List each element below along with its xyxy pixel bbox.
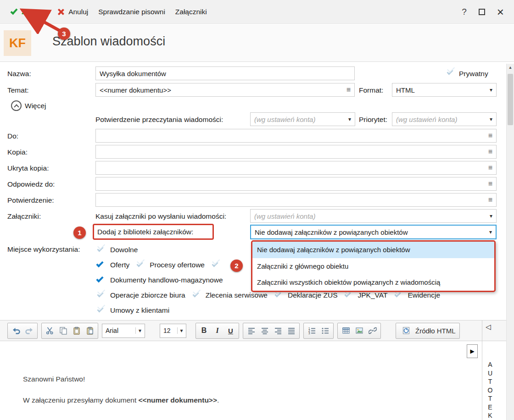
autotekst-vertical-label[interactable]: A U T O T E K xyxy=(486,360,495,420)
potwierdzenie-input[interactable]: ≡ xyxy=(95,193,497,207)
kasuj-label: Kasuj załączniki po wysłaniu wiadomości: xyxy=(95,212,226,221)
maximize-button[interactable] xyxy=(479,9,485,15)
paste-icon[interactable] xyxy=(70,324,83,337)
kopia-input[interactable]: ≡ xyxy=(95,145,497,159)
dodaj-dropdown-list: Nie dodawaj załączników z powiązanych ob… xyxy=(251,240,496,292)
checkbox-operacje-zbiorcze-biura[interactable] xyxy=(95,290,106,301)
insert-group xyxy=(337,323,381,339)
chevron-down-icon: ▾ xyxy=(489,229,492,235)
annotation-step1-badge: 1 xyxy=(73,227,86,239)
priorytet-label: Priorytet: xyxy=(359,116,387,124)
message-template-window: ZAPISZ Anuluj Sprawdzanie pisowni Załącz… xyxy=(0,0,514,420)
vertical-scrollbar[interactable]: ▲ xyxy=(506,64,514,420)
prywatny-checkbox[interactable] xyxy=(445,67,456,78)
usage-row-5: Umowy z klientami xyxy=(95,304,175,316)
temat-input[interactable]: <<numer dokumentu>> ≡ xyxy=(95,83,355,97)
annotation-step2-badge: 2 xyxy=(230,260,243,272)
align-right-icon[interactable] xyxy=(272,324,284,337)
redo-button[interactable] xyxy=(23,324,35,337)
font-size-select[interactable]: 12 ▾ xyxy=(160,324,186,338)
main-toolbar: ZAPISZ Anuluj Sprawdzanie pisowni Załącz… xyxy=(0,0,514,24)
scroll-up-icon[interactable]: ▲ xyxy=(507,65,514,70)
checkbox-umowy-z-klientami[interactable] xyxy=(95,305,106,316)
underline-button[interactable]: U xyxy=(224,324,237,337)
dropdown-option[interactable]: Nie dodawaj załączników z powiązanych ob… xyxy=(252,242,494,258)
copy-icon[interactable] xyxy=(57,324,69,337)
chevron-down-icon: ▾ xyxy=(490,213,492,219)
spellcheck-button[interactable]: Sprawdzanie pisowni xyxy=(93,5,170,19)
checkbox-hidden[interactable] xyxy=(210,260,221,271)
attachments-label: Załączniki xyxy=(175,8,207,16)
dropdown-option[interactable]: Załączniki z głównego obiektu xyxy=(252,258,494,275)
paste-special-icon[interactable] xyxy=(84,324,96,337)
usage-row-3: Dokumenty handlowo-magazynowe xyxy=(95,274,268,286)
numbered-list-icon[interactable]: 123 xyxy=(306,324,318,337)
insert-table-icon[interactable] xyxy=(340,324,352,337)
checkbox-zlecenia-serwisowe[interactable] xyxy=(191,290,202,301)
temat-menu-icon[interactable]: ≡ xyxy=(346,86,351,94)
clipboard-group xyxy=(41,323,98,339)
font-family-select[interactable]: Arial ▾ xyxy=(102,324,145,338)
dodaj-combobox[interactable]: Nie dodawaj załączników z powiązanych ob… xyxy=(250,225,497,239)
chevron-down-icon: ▾ xyxy=(490,116,492,122)
help-button[interactable]: ? xyxy=(462,7,467,17)
bold-button[interactable]: B xyxy=(198,324,210,337)
read-confirm-label: Potwierdzenie przeczytania wiadomości: xyxy=(95,116,223,124)
checkbox-oferty[interactable] xyxy=(95,260,106,271)
align-center-icon[interactable] xyxy=(258,324,271,337)
checkbox-dowolne[interactable] xyxy=(95,244,106,255)
nazwa-label: Nazwa: xyxy=(7,70,31,78)
alignment-group xyxy=(243,323,300,339)
collapse-left-button[interactable]: ◁ xyxy=(486,323,491,331)
odpowiedz-do-menu-icon[interactable]: ≡ xyxy=(488,180,492,188)
chevron-down-icon: ▾ xyxy=(135,327,141,334)
checkbox-procesy-ofertowe[interactable] xyxy=(135,260,146,271)
undo-button[interactable] xyxy=(10,324,22,337)
editor-body[interactable]: Szanowni Państwo! W załączeniu przesyłam… xyxy=(0,342,482,420)
scrollbar-thumb[interactable] xyxy=(508,74,513,125)
odpowiedz-do-label: Odpowiedz do: xyxy=(7,180,55,188)
kopia-menu-icon[interactable]: ≡ xyxy=(488,148,492,156)
dropdown-option[interactable]: Załączniki wszystkich obiektów powiązany… xyxy=(252,274,494,291)
usage-row-2: Oferty Procesy ofertowe xyxy=(95,259,227,271)
potwierdzenie-label: Potwierdzenie: xyxy=(7,196,54,204)
align-left-icon[interactable] xyxy=(245,324,257,337)
cut-icon[interactable] xyxy=(44,324,56,337)
html-source-button[interactable]: Źródło HTML xyxy=(415,327,456,335)
wiecej-toggle[interactable]: Więcej xyxy=(25,102,46,110)
format-label: Format: xyxy=(359,86,383,94)
do-input[interactable]: ≡ xyxy=(95,129,497,143)
list-group: 123 xyxy=(303,323,334,339)
prywatny-label: Prywatny xyxy=(459,70,488,78)
do-label: Do: xyxy=(7,132,18,140)
bullet-list-icon[interactable] xyxy=(319,324,331,337)
attachments-button[interactable]: Załączniki xyxy=(170,5,212,19)
undo-redo-group xyxy=(7,323,38,339)
insert-link-icon[interactable] xyxy=(366,324,379,337)
nazwa-input[interactable]: Wysyłka dokumentów xyxy=(95,66,355,80)
checkbox-dokumenty-handlowo-magazynowe[interactable] xyxy=(95,275,106,286)
ukryta-kopia-label: Ukryta kopia: xyxy=(7,164,49,172)
kopia-label: Kopia: xyxy=(7,148,28,156)
editor-text-line: Szanowni Państwo! xyxy=(23,375,85,383)
annotation-step1-box: Dodaj z biblioteki załączników: xyxy=(93,224,214,240)
html-source-icon[interactable] xyxy=(400,324,412,337)
do-menu-icon[interactable]: ≡ xyxy=(488,132,492,140)
kasuj-select[interactable]: (wg ustawień konta) ▾ xyxy=(250,209,497,223)
priorytet-select[interactable]: (wg ustawień konta) ▾ xyxy=(392,112,497,126)
panel-expand-button[interactable]: ▶ xyxy=(467,344,478,358)
potwierdzenie-menu-icon[interactable]: ≡ xyxy=(488,196,492,204)
odpowiedz-do-input[interactable]: ≡ xyxy=(95,177,497,191)
italic-button[interactable]: I xyxy=(211,324,223,337)
dodaj-label: Dodaj z biblioteki załączników: xyxy=(97,228,193,236)
ukryta-kopia-menu-icon[interactable]: ≡ xyxy=(488,164,492,172)
window-controls: ? × xyxy=(462,6,508,18)
close-button[interactable]: × xyxy=(497,6,504,18)
read-confirm-select[interactable]: (wg ustawień konta) ▾ xyxy=(250,112,355,126)
align-justify-icon[interactable] xyxy=(285,324,297,337)
format-select[interactable]: HTML ▾ xyxy=(392,83,497,97)
editor-text-line: W załączeniu przesyłamy dokument <<numer… xyxy=(23,396,219,404)
ukryta-kopia-input[interactable]: ≡ xyxy=(95,161,497,175)
collapse-more-icon[interactable] xyxy=(11,100,22,111)
insert-image-icon[interactable] xyxy=(353,324,365,337)
